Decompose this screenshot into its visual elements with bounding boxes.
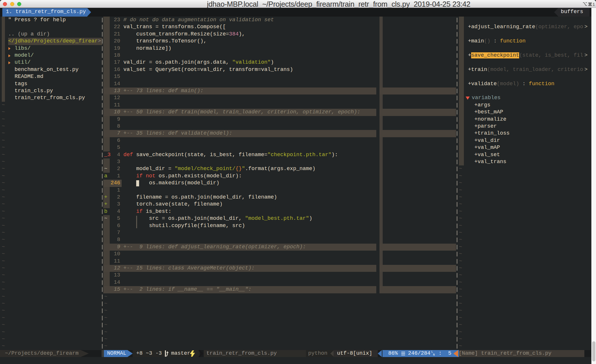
svg-text:1: 1 [593, 2, 595, 7]
